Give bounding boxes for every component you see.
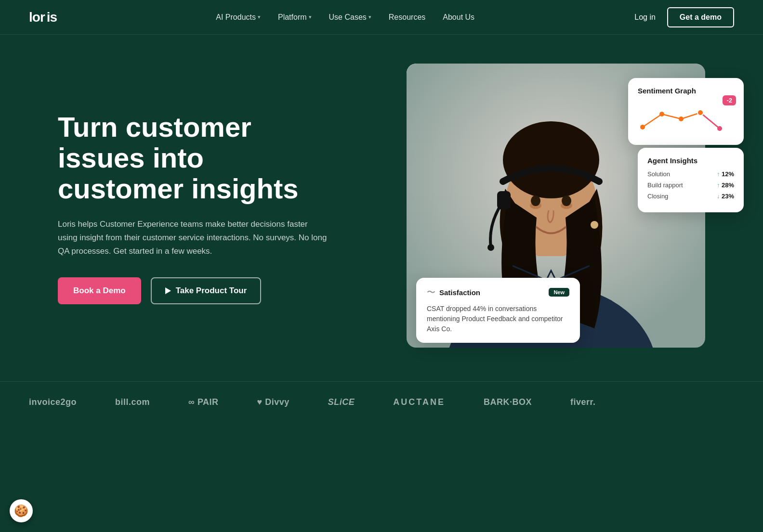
login-button[interactable]: Log in (634, 13, 656, 22)
nav-resources[interactable]: Resources (389, 13, 425, 22)
logo-text: lor (29, 10, 45, 25)
satisfaction-text: CSAT dropped 44% in conversations mentio… (427, 304, 569, 334)
logo[interactable]: lor is (29, 10, 56, 25)
get-demo-button[interactable]: Get a demo (667, 7, 734, 27)
hero-title: Turn customer issues into customer insig… (58, 112, 328, 204)
sentiment-card-title: Sentiment Graph (638, 87, 734, 95)
chevron-down-icon: ▾ (309, 14, 312, 20)
nav-actions: Log in Get a demo (634, 7, 734, 27)
svg-point-7 (591, 221, 598, 229)
logos-strip: invoice2go bill.com ∞ PAIR ♥ Divvy SLiCE… (0, 381, 763, 423)
arrow-down-icon: ↓ (717, 193, 720, 200)
hero-visual: Sentiment Graph -2 Agent Insights Soluti… (407, 64, 734, 352)
play-icon (165, 287, 171, 294)
svg-point-4 (503, 121, 599, 198)
logo-fiverr: fiverr. (570, 397, 596, 407)
sentiment-graph (638, 105, 729, 134)
sentiment-card: Sentiment Graph -2 (628, 78, 744, 145)
arrow-up-icon: ↑ (717, 171, 720, 178)
agent-row-solution: Solution ↑ 12% (647, 170, 734, 178)
agent-row-closing: Closing ↓ 23% (647, 193, 734, 200)
navbar: lor is AI Products ▾ Platform ▾ Use Case… (0, 0, 763, 35)
satisfaction-card: 〜 Satisfaction New CSAT dropped 44% in c… (416, 278, 580, 343)
new-badge: New (549, 288, 569, 297)
nav-ai-products[interactable]: AI Products ▾ (216, 13, 261, 22)
svg-point-16 (717, 126, 722, 131)
hero-actions: Book a Demo Take Product Tour (58, 277, 328, 304)
logo-pair: ∞ PAIR (188, 397, 219, 407)
svg-point-13 (659, 112, 664, 117)
logo-divvy: ♥ Divvy (257, 397, 289, 407)
logos-inner: invoice2go bill.com ∞ PAIR ♥ Divvy SLiCE… (0, 397, 625, 407)
cookie-button[interactable]: 🍪 (10, 499, 33, 522)
hero-section: Turn customer issues into customer insig… (0, 35, 763, 381)
agent-row-rapport: Build rapport ↑ 28% (647, 182, 734, 189)
logo-slice: SLiCE (328, 397, 355, 407)
satisfaction-title: Satisfaction (439, 288, 480, 297)
svg-point-6 (487, 244, 494, 251)
agent-insights-card: Agent Insights Solution ↑ 12% Build rapp… (638, 148, 744, 212)
nav-platform[interactable]: Platform ▾ (278, 13, 312, 22)
book-demo-button[interactable]: Book a Demo (58, 277, 141, 304)
svg-point-12 (640, 125, 645, 130)
nav-use-cases[interactable]: Use Cases ▾ (329, 13, 371, 22)
arrow-up-icon: ↑ (717, 182, 720, 189)
satisfaction-header: 〜 Satisfaction New (427, 286, 569, 298)
logo-billdotcom: bill.com (115, 397, 150, 407)
logo-auctane: AUCTANE (393, 397, 445, 407)
nav-about-us[interactable]: About Us (443, 13, 474, 22)
product-tour-button[interactable]: Take Product Tour (151, 277, 262, 304)
logo-barkbox: BARK·BOX (484, 397, 532, 407)
nav-links: AI Products ▾ Platform ▾ Use Cases ▾ Res… (216, 13, 474, 22)
svg-point-14 (679, 117, 684, 121)
satisfaction-title-wrap: 〜 Satisfaction (427, 286, 480, 298)
trend-icon: 〜 (427, 286, 435, 298)
hero-content: Turn customer issues into customer insig… (58, 112, 328, 304)
chevron-down-icon: ▾ (368, 14, 371, 20)
agent-card-title: Agent Insights (647, 156, 734, 165)
svg-point-11 (562, 195, 571, 206)
hero-description: Loris helps Customer Experience teams ma… (58, 218, 328, 258)
svg-point-15 (697, 110, 703, 116)
logo-text-2: is (47, 10, 57, 25)
chevron-down-icon: ▾ (258, 14, 261, 20)
logo-invoice2go: invoice2go (29, 397, 77, 407)
sentiment-badge: -2 (723, 95, 736, 105)
svg-point-10 (531, 195, 540, 206)
